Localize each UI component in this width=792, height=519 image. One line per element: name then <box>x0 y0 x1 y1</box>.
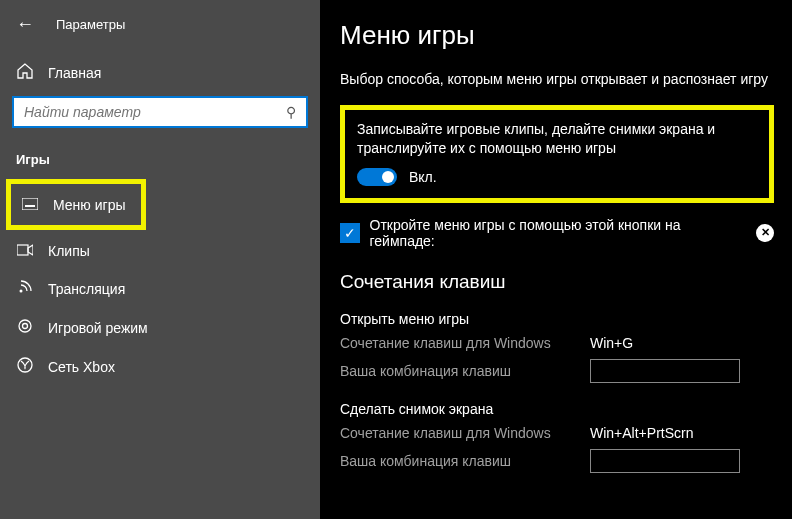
shortcut-title: Сделать снимок экрана <box>340 401 774 417</box>
shortcut-user-line: Ваша комбинация клавиш <box>340 359 774 383</box>
sidebar-item-label: Главная <box>48 65 101 81</box>
gamebar-toggle-panel: Записывайте игровые клипы, делайте снимк… <box>340 105 774 203</box>
toggle-knob <box>382 171 394 183</box>
sidebar-item-label: Игровой режим <box>48 320 148 336</box>
search-icon: ⚲ <box>286 104 296 120</box>
xbox-icon <box>16 357 34 376</box>
shortcut-windows-line: Сочетание клавиш для Windows Win+G <box>340 335 774 351</box>
shortcut-win-label: Сочетание клавиш для Windows <box>340 335 590 351</box>
page-subtitle: Выбор способа, которым меню игры открыва… <box>340 71 774 87</box>
shortcut-group-screenshot: Сделать снимок экрана Сочетание клавиш д… <box>340 401 774 473</box>
sidebar-item-gamebar-highlight: Меню игры <box>6 179 146 230</box>
search-box[interactable]: ⚲ <box>12 96 308 128</box>
back-icon[interactable]: ← <box>16 14 34 35</box>
controller-checkbox[interactable]: ✓ <box>340 223 360 243</box>
svg-point-3 <box>20 290 23 293</box>
home-icon <box>16 63 34 82</box>
shortcut-user-line: Ваша комбинация клавиш <box>340 449 774 473</box>
toggle-label: Вкл. <box>409 169 437 185</box>
gamebar-icon <box>21 196 39 213</box>
shortcut-group-open: Открыть меню игры Сочетание клавиш для W… <box>340 311 774 383</box>
page-title: Меню игры <box>340 20 774 51</box>
sidebar-item-label: Сеть Xbox <box>48 359 115 375</box>
sidebar-item-gamebar[interactable]: Меню игры <box>21 190 131 219</box>
sidebar-item-home[interactable]: Главная <box>0 53 320 92</box>
sidebar: ← Параметры Главная ⚲ Игры Меню игры Кли… <box>0 0 320 519</box>
sidebar-item-label: Трансляция <box>48 281 125 297</box>
content-area: Меню игры Выбор способа, которым меню иг… <box>320 0 792 519</box>
svg-rect-0 <box>22 198 38 210</box>
gamemode-icon <box>16 318 34 337</box>
shortcut-win-value: Win+Alt+PrtScrn <box>590 425 693 441</box>
gamebar-toggle[interactable] <box>357 168 397 186</box>
sidebar-item-clips[interactable]: Клипы <box>0 232 320 269</box>
svg-point-4 <box>19 320 31 332</box>
toggle-row: Вкл. <box>357 168 757 186</box>
panel-description: Записывайте игровые клипы, делайте снимк… <box>357 120 757 158</box>
shortcut-windows-line: Сочетание клавиш для Windows Win+Alt+Prt… <box>340 425 774 441</box>
search-input[interactable] <box>24 104 286 120</box>
sidebar-item-gamemode[interactable]: Игровой режим <box>0 308 320 347</box>
sidebar-item-label: Меню игры <box>53 197 126 213</box>
window-title: Параметры <box>56 17 125 32</box>
shortcut-title: Открыть меню игры <box>340 311 774 327</box>
shortcuts-heading: Сочетания клавиш <box>340 271 774 293</box>
svg-rect-2 <box>17 245 28 255</box>
shortcut-user-input[interactable] <box>590 449 740 473</box>
sidebar-item-broadcast[interactable]: Трансляция <box>0 269 320 308</box>
category-heading: Игры <box>0 146 320 177</box>
clips-icon <box>16 242 34 259</box>
titlebar: ← Параметры <box>0 10 320 53</box>
sidebar-item-xbox[interactable]: Сеть Xbox <box>0 347 320 386</box>
shortcut-user-input[interactable] <box>590 359 740 383</box>
svg-rect-1 <box>25 205 35 207</box>
search-container: ⚲ <box>0 92 320 146</box>
shortcut-win-value: Win+G <box>590 335 633 351</box>
checkbox-label: Откройте меню игры с помощью этой кнопки… <box>370 217 741 249</box>
shortcut-user-label: Ваша комбинация клавиш <box>340 363 590 379</box>
sidebar-item-label: Клипы <box>48 243 90 259</box>
broadcast-icon <box>16 279 34 298</box>
shortcut-win-label: Сочетание клавиш для Windows <box>340 425 590 441</box>
xbox-button-icon: ✕ <box>756 224 774 242</box>
controller-checkbox-row: ✓ Откройте меню игры с помощью этой кноп… <box>340 217 774 249</box>
shortcut-user-label: Ваша комбинация клавиш <box>340 453 590 469</box>
svg-point-5 <box>23 324 28 329</box>
